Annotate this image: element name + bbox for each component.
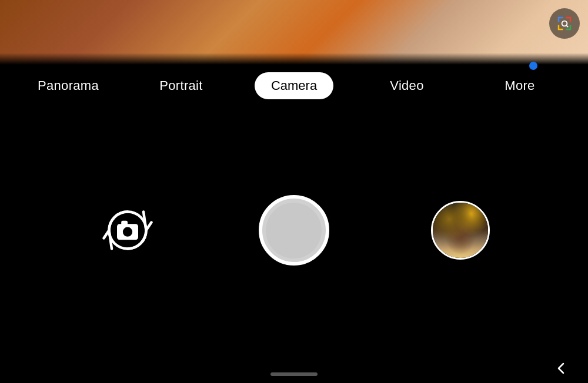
mode-portrait[interactable]: Portrait (125, 65, 238, 107)
mode-video[interactable]: Video (350, 65, 463, 107)
controls-area (0, 107, 588, 354)
more-dot-indicator (529, 62, 537, 70)
mode-panorama-label: Panorama (38, 78, 99, 93)
svg-point-3 (123, 227, 132, 237)
flip-camera-button[interactable] (98, 201, 157, 260)
shutter-inner (266, 203, 322, 258)
svg-line-1 (566, 25, 568, 27)
mode-camera[interactable]: Camera (238, 65, 350, 107)
gallery-button[interactable] (431, 201, 490, 260)
svg-rect-4 (121, 221, 128, 226)
viewfinder (0, 0, 588, 65)
mode-more-label: More (505, 78, 534, 93)
mode-more[interactable]: More (463, 65, 576, 107)
mode-camera-label: Camera (271, 78, 317, 93)
back-button[interactable] (553, 360, 570, 377)
mode-panorama[interactable]: Panorama (12, 65, 125, 107)
gesture-pill (270, 372, 318, 376)
gallery-thumbnail (433, 203, 488, 258)
mode-bar: Panorama Portrait Camera Video More (0, 65, 588, 107)
mode-portrait-label: Portrait (159, 78, 202, 93)
shutter-button[interactable] (259, 195, 329, 266)
mode-video-label: Video (390, 78, 423, 93)
bottom-bar (0, 354, 588, 383)
lens-button[interactable] (549, 8, 580, 39)
